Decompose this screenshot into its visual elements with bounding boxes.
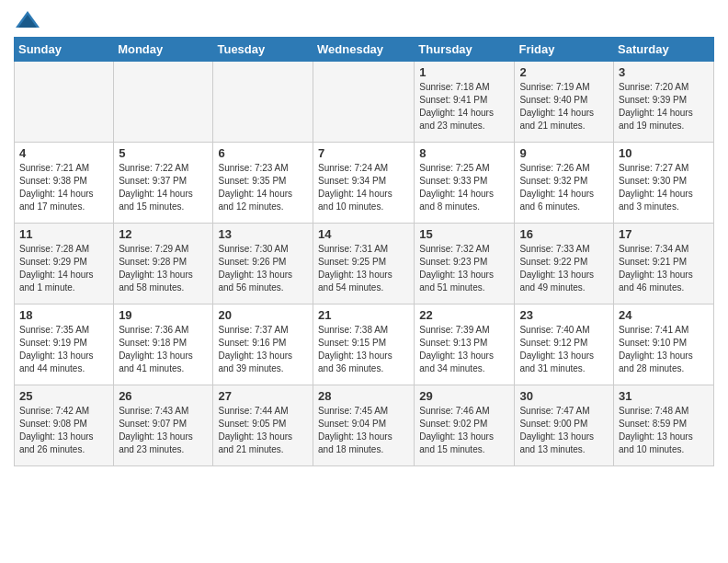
- day-number: 18: [19, 308, 108, 322]
- day-header-monday: Monday: [114, 38, 213, 62]
- day-header-friday: Friday: [515, 38, 614, 62]
- day-number: 30: [519, 389, 609, 403]
- day-info: Sunrise: 7:41 AMSunset: 9:10 PMDaylight:…: [619, 325, 693, 373]
- day-header-thursday: Thursday: [415, 38, 515, 62]
- day-number: 27: [218, 389, 308, 403]
- calendar-cell: 16Sunrise: 7:33 AMSunset: 9:22 PMDayligh…: [515, 224, 614, 304]
- day-number: 14: [318, 227, 409, 241]
- calendar-cell: 23Sunrise: 7:40 AMSunset: 9:12 PMDayligh…: [515, 304, 614, 385]
- day-info: Sunrise: 7:36 AMSunset: 9:18 PMDaylight:…: [119, 325, 193, 373]
- calendar-cell: 10Sunrise: 7:27 AMSunset: 9:30 PMDayligh…: [614, 143, 714, 224]
- day-number: 15: [419, 227, 509, 241]
- day-info: Sunrise: 7:38 AMSunset: 9:15 PMDaylight:…: [318, 325, 392, 373]
- day-info: Sunrise: 7:24 AMSunset: 9:34 PMDaylight:…: [318, 163, 392, 212]
- calendar-cell: 7Sunrise: 7:24 AMSunset: 9:34 PMDaylight…: [313, 143, 415, 224]
- day-number: 6: [218, 146, 308, 160]
- calendar-cell: 27Sunrise: 7:44 AMSunset: 9:05 PMDayligh…: [213, 385, 313, 466]
- calendar-cell: 13Sunrise: 7:30 AMSunset: 9:26 PMDayligh…: [213, 224, 313, 304]
- calendar-cell: 30Sunrise: 7:47 AMSunset: 9:00 PMDayligh…: [515, 385, 614, 466]
- calendar-cell: 14Sunrise: 7:31 AMSunset: 9:25 PMDayligh…: [313, 224, 415, 304]
- day-number: 13: [218, 227, 308, 241]
- calendar-cell: 20Sunrise: 7:37 AMSunset: 9:16 PMDayligh…: [213, 304, 313, 385]
- day-info: Sunrise: 7:27 AMSunset: 9:30 PMDaylight:…: [619, 163, 693, 212]
- calendar-cell: 24Sunrise: 7:41 AMSunset: 9:10 PMDayligh…: [614, 304, 714, 385]
- logo-icon: [14, 9, 41, 31]
- calendar-cell: 12Sunrise: 7:29 AMSunset: 9:28 PMDayligh…: [114, 224, 213, 304]
- calendar-cell: 29Sunrise: 7:46 AMSunset: 9:02 PMDayligh…: [415, 385, 515, 466]
- day-number: 23: [519, 308, 609, 322]
- calendar-cell: 9Sunrise: 7:26 AMSunset: 9:32 PMDaylight…: [515, 143, 614, 224]
- day-info: Sunrise: 7:34 AMSunset: 9:21 PMDaylight:…: [619, 244, 693, 293]
- day-info: Sunrise: 7:31 AMSunset: 9:25 PMDaylight:…: [318, 244, 392, 293]
- day-number: 5: [119, 146, 208, 160]
- day-number: 9: [519, 146, 609, 160]
- calendar-cell: 17Sunrise: 7:34 AMSunset: 9:21 PMDayligh…: [614, 224, 714, 304]
- day-header-wednesday: Wednesday: [313, 38, 415, 62]
- day-info: Sunrise: 7:32 AMSunset: 9:23 PMDaylight:…: [419, 244, 494, 293]
- calendar-cell: 6Sunrise: 7:23 AMSunset: 9:35 PMDaylight…: [213, 143, 313, 224]
- calendar-cell: 19Sunrise: 7:36 AMSunset: 9:18 PMDayligh…: [114, 304, 213, 385]
- days-header-row: SundayMondayTuesdayWednesdayThursdayFrid…: [15, 38, 714, 62]
- day-number: 2: [519, 65, 609, 79]
- day-info: Sunrise: 7:26 AMSunset: 9:32 PMDaylight:…: [519, 163, 594, 212]
- day-info: Sunrise: 7:20 AMSunset: 9:39 PMDaylight:…: [619, 82, 693, 131]
- day-info: Sunrise: 7:28 AMSunset: 9:29 PMDaylight:…: [19, 244, 94, 293]
- day-number: 12: [119, 227, 208, 241]
- day-info: Sunrise: 7:37 AMSunset: 9:16 PMDaylight:…: [218, 325, 292, 373]
- day-header-tuesday: Tuesday: [213, 38, 313, 62]
- day-number: 3: [619, 65, 709, 79]
- day-number: 8: [419, 146, 509, 160]
- day-number: 10: [619, 146, 709, 160]
- calendar-cell: 4Sunrise: 7:21 AMSunset: 9:38 PMDaylight…: [15, 143, 114, 224]
- day-number: 20: [218, 308, 308, 322]
- calendar-cell: 25Sunrise: 7:42 AMSunset: 9:08 PMDayligh…: [15, 385, 114, 466]
- calendar-cell: 28Sunrise: 7:45 AMSunset: 9:04 PMDayligh…: [313, 385, 415, 466]
- week-row-2: 4Sunrise: 7:21 AMSunset: 9:38 PMDaylight…: [15, 143, 714, 224]
- calendar-cell: 22Sunrise: 7:39 AMSunset: 9:13 PMDayligh…: [415, 304, 515, 385]
- calendar-cell: 8Sunrise: 7:25 AMSunset: 9:33 PMDaylight…: [415, 143, 515, 224]
- calendar-cell: [114, 62, 213, 143]
- calendar-cell: 5Sunrise: 7:22 AMSunset: 9:37 PMDaylight…: [114, 143, 213, 224]
- day-info: Sunrise: 7:19 AMSunset: 9:40 PMDaylight:…: [519, 82, 594, 131]
- calendar-cell: 15Sunrise: 7:32 AMSunset: 9:23 PMDayligh…: [415, 224, 515, 304]
- calendar-cell: 31Sunrise: 7:48 AMSunset: 8:59 PMDayligh…: [614, 385, 714, 466]
- day-header-sunday: Sunday: [15, 38, 114, 62]
- day-info: Sunrise: 7:30 AMSunset: 9:26 PMDaylight:…: [218, 244, 292, 293]
- day-number: 29: [419, 389, 509, 403]
- week-row-5: 25Sunrise: 7:42 AMSunset: 9:08 PMDayligh…: [15, 385, 714, 466]
- day-number: 7: [318, 146, 409, 160]
- calendar-cell: 2Sunrise: 7:19 AMSunset: 9:40 PMDaylight…: [515, 62, 614, 143]
- day-info: Sunrise: 7:25 AMSunset: 9:33 PMDaylight:…: [419, 163, 494, 212]
- calendar-cell: 21Sunrise: 7:38 AMSunset: 9:15 PMDayligh…: [313, 304, 415, 385]
- day-info: Sunrise: 7:21 AMSunset: 9:38 PMDaylight:…: [19, 163, 94, 212]
- day-number: 24: [619, 308, 709, 322]
- day-info: Sunrise: 7:23 AMSunset: 9:35 PMDaylight:…: [218, 163, 292, 212]
- calendar-cell: [213, 62, 313, 143]
- day-info: Sunrise: 7:33 AMSunset: 9:22 PMDaylight:…: [519, 244, 594, 293]
- day-number: 1: [419, 65, 509, 79]
- day-number: 26: [119, 389, 208, 403]
- header: [14, 9, 714, 31]
- week-row-1: 1Sunrise: 7:18 AMSunset: 9:41 PMDaylight…: [15, 62, 714, 143]
- day-info: Sunrise: 7:22 AMSunset: 9:37 PMDaylight:…: [119, 163, 193, 212]
- day-info: Sunrise: 7:45 AMSunset: 9:04 PMDaylight:…: [318, 406, 392, 454]
- calendar-cell: [313, 62, 415, 143]
- week-row-3: 11Sunrise: 7:28 AMSunset: 9:29 PMDayligh…: [15, 224, 714, 304]
- day-info: Sunrise: 7:44 AMSunset: 9:05 PMDaylight:…: [218, 406, 292, 454]
- day-info: Sunrise: 7:40 AMSunset: 9:12 PMDaylight:…: [519, 325, 594, 373]
- day-number: 28: [318, 389, 409, 403]
- day-number: 16: [519, 227, 609, 241]
- day-info: Sunrise: 7:35 AMSunset: 9:19 PMDaylight:…: [19, 325, 94, 373]
- day-number: 11: [19, 227, 108, 241]
- day-number: 25: [19, 389, 108, 403]
- day-info: Sunrise: 7:46 AMSunset: 9:02 PMDaylight:…: [419, 406, 494, 454]
- day-info: Sunrise: 7:47 AMSunset: 9:00 PMDaylight:…: [519, 406, 594, 454]
- day-number: 31: [619, 389, 709, 403]
- day-number: 17: [619, 227, 709, 241]
- day-info: Sunrise: 7:18 AMSunset: 9:41 PMDaylight:…: [419, 82, 494, 131]
- day-number: 22: [419, 308, 509, 322]
- day-header-saturday: Saturday: [614, 38, 714, 62]
- day-number: 21: [318, 308, 409, 322]
- calendar-table: SundayMondayTuesdayWednesdayThursdayFrid…: [14, 37, 714, 466]
- calendar-cell: 18Sunrise: 7:35 AMSunset: 9:19 PMDayligh…: [15, 304, 114, 385]
